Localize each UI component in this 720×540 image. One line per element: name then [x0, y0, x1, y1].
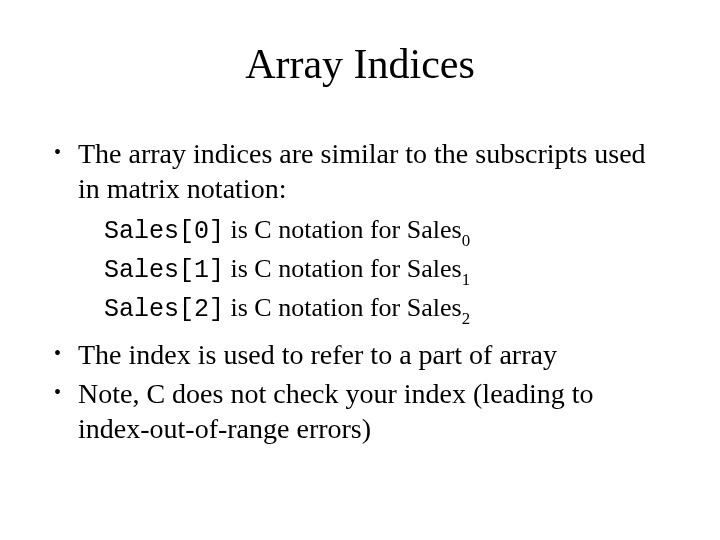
example-text: is C notation for Sales [224, 293, 462, 322]
subscript: 2 [462, 309, 470, 328]
example-line: Sales[0] is C notation for Sales0 [104, 212, 670, 251]
example-text: is C notation for Sales [224, 215, 462, 244]
slide-title: Array Indices [50, 40, 670, 88]
subscript: 1 [462, 270, 470, 289]
bullet-item: Note, C does not check your index (leadi… [50, 376, 670, 446]
bullet-list: The index is used to refer to a part of … [50, 337, 670, 446]
bullet-list: The array indices are similar to the sub… [50, 136, 670, 206]
bullet-item: The array indices are similar to the sub… [50, 136, 670, 206]
code-literal: Sales[2] [104, 295, 224, 324]
bullet-item: The index is used to refer to a part of … [50, 337, 670, 372]
subscript: 0 [462, 231, 470, 250]
example-line: Sales[1] is C notation for Sales1 [104, 251, 670, 290]
example-line: Sales[2] is C notation for Sales2 [104, 290, 670, 329]
code-literal: Sales[0] [104, 217, 224, 246]
code-literal: Sales[1] [104, 256, 224, 285]
example-block: Sales[0] is C notation for Sales0 Sales[… [104, 212, 670, 329]
example-text: is C notation for Sales [224, 254, 462, 283]
